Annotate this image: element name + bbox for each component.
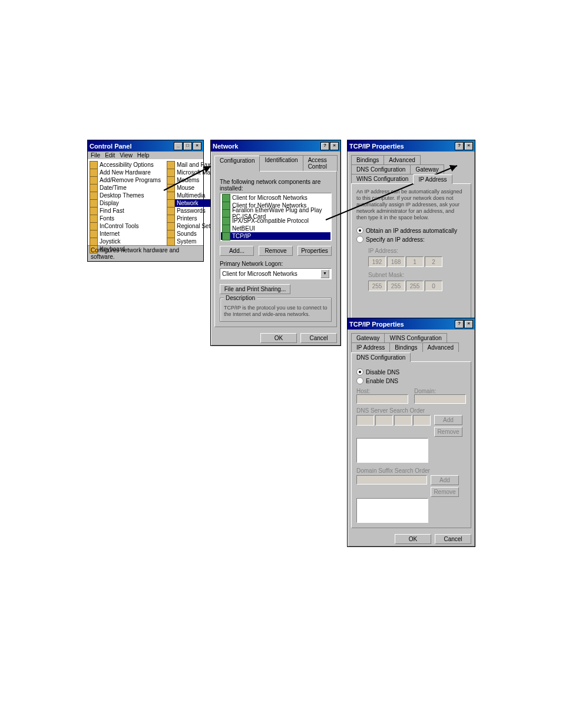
cp-titlebar[interactable]: Control Panel _ □ × — [88, 140, 203, 151]
menu-view[interactable]: View — [120, 152, 133, 159]
cp-column-1: Accessibility OptionsAdd New HardwareAdd… — [90, 161, 161, 243]
tab-configuration[interactable]: Configuration — [214, 156, 260, 172]
tab-dns-config[interactable]: DNS Configuration — [351, 353, 411, 362]
tcpip-dns-dialog-buttons: OK Cancel — [348, 532, 475, 546]
tab-advanced[interactable]: Advanced — [422, 342, 459, 352]
tab-identification[interactable]: Identification — [259, 155, 303, 171]
tab-wins-config[interactable]: WINS Configuration — [384, 333, 447, 342]
cp-item[interactable]: Accessibility Options — [90, 161, 161, 169]
network-component-item[interactable]: Client for Microsoft Networks — [221, 194, 330, 202]
tcpip-ip-titlebar[interactable]: TCP/IP Properties ? × — [348, 140, 475, 151]
cp-item[interactable]: Date/Time — [90, 184, 161, 192]
subnet-octet-1 — [368, 281, 386, 291]
cp-item-icon — [167, 207, 175, 215]
dns-octet-1 — [356, 415, 374, 426]
radio-enable-dns[interactable]: Enable DNS — [356, 377, 466, 384]
tab-advanced[interactable]: Advanced — [384, 155, 420, 164]
tab-gateway[interactable]: Gateway — [410, 164, 444, 174]
cp-item-icon — [90, 238, 98, 246]
primary-logon-select[interactable]: Client for Microsoft Networks ▼ — [220, 268, 332, 279]
radio-obtain-ip[interactable]: Obtain an IP address automatically — [356, 227, 466, 234]
network-component-item[interactable]: TCP/IP — [221, 232, 330, 240]
cp-item[interactable]: Joystick — [90, 238, 161, 245]
network-titlebar[interactable]: Network ? × — [211, 140, 340, 151]
close-icon[interactable]: × — [464, 142, 473, 150]
help-icon[interactable]: ? — [320, 142, 329, 150]
tab-bindings[interactable]: Bindings — [389, 342, 422, 352]
cp-item-icon — [90, 184, 98, 192]
network-components-listbox[interactable]: Client for Microsoft NetworksClient for … — [220, 193, 332, 241]
menu-help[interactable]: Help — [137, 152, 150, 159]
cp-title: Control Panel — [90, 143, 132, 150]
radio-specify-ip[interactable]: Specify an IP address: — [356, 236, 466, 243]
tcpip-dns-title: TCP/IP Properties — [349, 321, 404, 328]
ip-info-text: An IP address can be automatically assig… — [356, 189, 466, 221]
dropdown-arrow-icon[interactable]: ▼ — [320, 269, 329, 278]
tab-gateway[interactable]: Gateway — [351, 333, 385, 342]
tab-access-control[interactable]: Access Control — [303, 155, 338, 171]
cp-item[interactable]: Fonts — [90, 215, 161, 222]
minimize-icon[interactable]: _ — [174, 142, 183, 150]
network-component-item[interactable]: Farallon EtherWave Plug and Play PC-ISA … — [221, 209, 330, 217]
tcpip-dns-tabs: Gateway WINS Configuration IP Address Bi… — [351, 333, 471, 361]
remove-button[interactable]: Remove — [259, 246, 293, 256]
cp-item[interactable]: InControl Tools — [90, 222, 161, 230]
cp-item-icon — [167, 230, 175, 238]
cp-item-icon — [167, 222, 175, 230]
component-icon — [222, 217, 230, 225]
radio-icon — [356, 368, 363, 375]
component-icon — [222, 225, 230, 233]
radio-disable-dns[interactable]: Disable DNS — [356, 368, 466, 375]
description-group: Description TCP/IP is the protocol you u… — [220, 298, 332, 322]
dns-octet-4 — [413, 415, 431, 426]
cp-item[interactable]: Internet — [90, 230, 161, 238]
add-button[interactable]: Add... — [220, 246, 254, 256]
cp-item[interactable]: Add/Remove Programs — [90, 176, 161, 184]
cp-item[interactable]: Desktop Themes — [90, 192, 161, 199]
suffix-input — [356, 475, 427, 485]
cancel-button[interactable]: Cancel — [300, 333, 337, 343]
radio-disable-label: Disable DNS — [366, 369, 399, 375]
subnet-octet-3 — [406, 281, 424, 291]
dns-server-ip-field — [356, 415, 431, 437]
component-icon — [222, 202, 230, 210]
cp-item[interactable]: Find Fast — [90, 207, 161, 215]
cp-item-icon — [90, 207, 98, 215]
ip-octet-3 — [406, 256, 424, 267]
tab-bindings[interactable]: Bindings — [351, 155, 384, 164]
network-window-buttons: ? × — [320, 142, 339, 150]
close-icon[interactable]: × — [330, 142, 339, 150]
maximize-icon[interactable]: □ — [183, 142, 192, 150]
host-label: Host: — [356, 388, 370, 394]
suffix-remove-button: Remove — [431, 487, 459, 497]
cp-item-icon — [90, 230, 98, 238]
ok-button[interactable]: OK — [260, 333, 297, 343]
component-icon — [222, 232, 230, 241]
ok-button[interactable]: OK — [395, 534, 431, 544]
suffix-add-button: Add — [431, 475, 459, 485]
close-icon[interactable]: × — [464, 320, 473, 328]
help-icon[interactable]: ? — [455, 142, 464, 150]
network-tabpanel: The following network components are ins… — [214, 171, 337, 327]
cp-item[interactable]: Add New Hardware — [90, 169, 161, 176]
radio-icon — [356, 377, 363, 384]
help-icon[interactable]: ? — [455, 320, 464, 328]
cp-item[interactable]: Display — [90, 199, 161, 207]
cp-item-icon — [90, 169, 98, 177]
tab-ip-address[interactable]: IP Address — [413, 174, 452, 184]
radio-icon — [356, 227, 363, 234]
ip-octet-1 — [368, 256, 386, 267]
tab-wins-config[interactable]: WINS Configuration — [351, 174, 414, 183]
cancel-button[interactable]: Cancel — [435, 534, 471, 544]
tab-ip-address[interactable]: IP Address — [351, 342, 390, 352]
tcpip-dns-titlebar[interactable]: TCP/IP Properties ? × — [348, 318, 475, 330]
menu-edit[interactable]: Edit — [105, 152, 115, 159]
network-component-item[interactable]: NetBEUI — [221, 225, 330, 232]
close-icon[interactable]: × — [193, 142, 201, 150]
menu-file[interactable]: File — [91, 152, 100, 159]
file-print-sharing-button[interactable]: File and Print Sharing... — [220, 284, 290, 294]
primary-logon-value: Client for Microsoft Networks — [222, 271, 297, 277]
dns-server-list — [356, 438, 428, 463]
properties-button[interactable]: Properties — [297, 246, 332, 256]
tab-dns-config[interactable]: DNS Configuration — [351, 164, 411, 174]
